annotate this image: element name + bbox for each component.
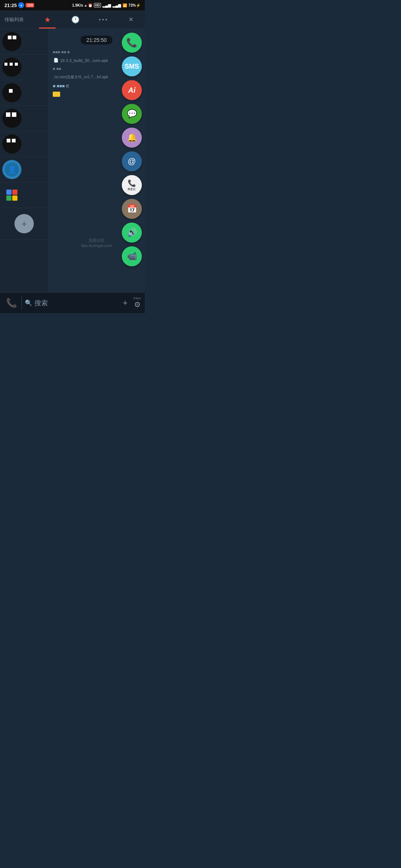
list-item[interactable] [0, 80, 48, 106]
divider [22, 296, 22, 310]
right-sidebar: 📞 SMS Ai 💬 🔔 @ 📞 REC [122, 29, 142, 266]
star-icon: ★ [44, 15, 51, 24]
list-item[interactable] [0, 131, 48, 157]
status-left: 21:25 ● 123 [4, 2, 34, 8]
ai-icon: Ai [128, 86, 136, 95]
tab-bar: 传输列表 ★ 🕐 • • • ✕ [0, 10, 145, 29]
add-contact-button[interactable]: + [0, 208, 48, 240]
hd-badge: HD [94, 3, 101, 7]
tab-favorites[interactable]: ★ [33, 10, 61, 29]
main-content: 👤 + [0, 29, 145, 292]
file-name: .ixi.com|流量文件_vv1.7....b4.apk [53, 75, 108, 79]
list-item[interactable] [0, 183, 48, 208]
file-name: 18.3.3_build_30...com.apk [60, 58, 108, 63]
alarm-icon: ⏰ [88, 3, 92, 7]
video-button[interactable]: 📹 [122, 246, 142, 266]
avatar [2, 134, 22, 154]
app-icon-circle: ● [18, 2, 24, 8]
close-tab-icon: ✕ [128, 16, 133, 23]
calendar-button[interactable]: 📅 [122, 199, 142, 219]
status-bar: 21:25 ● 123 1.9K/s ⁎ ⏰ HD ▂▄▆ ▂▄▆ 📶 73%⚡ [0, 0, 145, 10]
phone-icon: 📞 [126, 37, 137, 48]
search-area[interactable]: 🔍 搜索 [25, 299, 117, 308]
volume-icon: 🔊 [127, 228, 137, 237]
tab-close[interactable]: ✕ [117, 10, 145, 29]
bell-button[interactable]: 🔔 [122, 128, 142, 148]
avatar: 👤 [2, 160, 22, 179]
message-text: ■■■ ■■ ■ [53, 50, 70, 54]
status-right: 1.9K/s ⁎ ⏰ HD ▂▄▆ ▂▄▆ 📶 73%⚡ [72, 3, 140, 7]
settings-icon: ⚙ [134, 300, 141, 309]
settings-button[interactable]: PRO ⚙ [134, 297, 141, 309]
time-display: 21:25 [4, 3, 17, 8]
calendar-content: 📅 [127, 204, 137, 214]
watermark-line2: bbs.liuxingw.com [81, 243, 112, 248]
phone-button[interactable]: 📞 [122, 33, 142, 53]
watermark-line1: 流星社区 [81, 238, 112, 243]
avatar [2, 83, 22, 102]
add-button[interactable]: + [120, 298, 131, 308]
bottom-bar: 📞 🔍 搜索 + PRO ⚙ [0, 292, 145, 313]
plus-circle[interactable]: + [14, 214, 34, 233]
list-item[interactable]: 👤 [0, 157, 48, 183]
phone-gradient-icon: 📞 [4, 296, 18, 310]
ai-button[interactable]: Ai [122, 80, 142, 100]
avatar [2, 57, 22, 77]
contact-list: 👤 + [0, 29, 48, 292]
sms-icon: SMS [124, 63, 139, 70]
rec-content: 📞 REC [128, 179, 136, 191]
avatar [2, 32, 22, 51]
message-text [53, 93, 62, 98]
sms-button[interactable]: SMS [122, 56, 142, 76]
list-item[interactable] [0, 55, 48, 80]
tab-history[interactable]: 🕐 [61, 10, 89, 29]
list-item[interactable] [0, 106, 48, 131]
rec-label: REC [128, 187, 136, 191]
bell-icon: 🔔 [127, 133, 137, 142]
list-item[interactable] [0, 29, 48, 55]
avatar [2, 185, 22, 205]
pro-badge: PRO [134, 297, 141, 300]
email-button[interactable]: @ [122, 151, 142, 171]
network-speed: 1.9K/s [72, 3, 83, 7]
wechat-icon: 💬 [127, 109, 137, 119]
signal-bars: ▂▄▆ [102, 3, 111, 7]
search-label: 搜索 [35, 299, 48, 308]
calendar-icon: 📅 [127, 204, 137, 214]
volume-button[interactable]: 🔊 [122, 223, 142, 243]
battery-display: 73%⚡ [128, 3, 140, 7]
rec-button[interactable]: 📞 REC [122, 175, 142, 195]
message-text: ■ ■■ [53, 66, 61, 71]
timestamp-bubble: 21:25:50 [81, 36, 113, 45]
svg-text:📞: 📞 [6, 297, 17, 308]
message-text: ■ ■■■ rt [53, 83, 69, 89]
wechat-button[interactable]: 💬 [122, 104, 142, 124]
file-icon: 📄 [53, 58, 59, 63]
video-icon: 📹 [127, 251, 137, 261]
wifi-icon: 📶 [123, 3, 127, 7]
avatar [2, 109, 22, 128]
more-icon: • • • [99, 17, 107, 23]
clock-icon: 🕐 [71, 16, 79, 24]
watermark: 流星社区 bbs.liuxingw.com [81, 238, 112, 248]
bottom-phone-button[interactable]: 📞 [4, 296, 19, 310]
email-icon: @ [128, 157, 136, 166]
notification-badge: 123 [26, 3, 34, 7]
bluetooth-icon: ⁎ [85, 3, 87, 7]
search-icon: 🔍 [25, 299, 32, 306]
signal-bars-2: ▂▄▆ [113, 3, 121, 7]
page-title: 传输列表 [4, 16, 24, 23]
rec-phone-icon: 📞 [128, 179, 136, 187]
tab-more[interactable]: • • • [89, 10, 117, 29]
